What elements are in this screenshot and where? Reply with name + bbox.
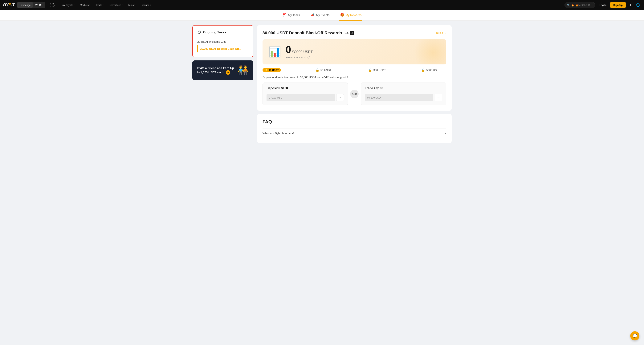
milestone-3: 🔒 350 USDT: [368, 68, 393, 72]
countdown-unit: D: [350, 31, 354, 35]
tasks-card-icon: ⏱: [197, 30, 201, 34]
progress-info: 0 /30000 USDT Rewards Unlocked ⓘ: [286, 44, 440, 59]
rewards-icon: 🎁: [340, 13, 344, 17]
login-button[interactable]: Log In: [597, 2, 609, 8]
milestone-value-3: 350 USDT: [373, 68, 386, 72]
reward-header: 30,000 USDT Deposit Blast-Off Rewards 14…: [262, 30, 446, 36]
logo-section: BYBIT: [3, 0, 17, 10]
reward-title: 30,000 USDT Deposit Blast-Off Rewards: [262, 30, 342, 36]
markets-chevron: ▾: [89, 4, 90, 6]
bybit-logo[interactable]: BYBIT: [3, 2, 15, 8]
trade-progress-bar: 0 / 100 USD: [365, 94, 433, 101]
ongoing-tasks-title: ⏱ Ongoing Tasks: [197, 30, 248, 34]
finance-menu[interactable]: Finance ▾: [138, 0, 154, 10]
chat-icon: 💬: [632, 334, 637, 338]
buy-crypto-menu[interactable]: Buy Crypto ▾: [58, 0, 77, 10]
deposit-progress-value: 0 / 100 USD: [269, 96, 282, 99]
web3-tab[interactable]: WEB3: [33, 2, 44, 8]
invite-text: Invite a Friend and Earn Up to 1,025 USD…: [197, 66, 234, 75]
derivatives-menu[interactable]: Derivatives ▾: [106, 0, 125, 10]
deposit-progress-bar: 0 / 100 USD: [266, 94, 335, 101]
milestone-4: 🔒 5000 US: [421, 68, 446, 72]
deposit-action-button[interactable]: →: [336, 94, 344, 102]
milestone-1: ⭐ 15 USDT: [262, 68, 288, 72]
tab-my-events[interactable]: 📣 My Events: [310, 10, 330, 20]
faq-card: FAQ What are Bybit bonuses? ▾: [257, 114, 452, 143]
tasks-icon: 🚩: [282, 13, 286, 17]
markets-menu[interactable]: Markets ▾: [77, 0, 93, 10]
milestone-line-3: [395, 70, 420, 70]
invite-card[interactable]: Invite a Friend and Earn Up to 1,025 USD…: [192, 60, 253, 80]
language-button[interactable]: 🌐: [635, 2, 641, 8]
trade-menu[interactable]: Trade ▾: [93, 0, 106, 10]
finance-chevron: ▾: [150, 4, 151, 6]
derivatives-chevron: ▾: [122, 4, 122, 6]
reward-description: Deposit and trade to earn up to 30,000 U…: [262, 76, 446, 79]
trade-task-progress: 0 / 100 USD →: [365, 94, 442, 102]
apps-button[interactable]: ▾: [50, 2, 56, 8]
trade-progress-value: 0 / 100 USD: [367, 96, 381, 99]
reward-card: 30,000 USDT Deposit Blast-Off Rewards 14…: [257, 25, 452, 111]
events-icon: 📣: [310, 13, 314, 17]
deposit-task-box: Deposit ≥ $100 0 / 100 USD →: [262, 82, 348, 106]
exchange-web3-toggle: Exchange WEB3: [17, 2, 45, 8]
lock-icon-1: 🔒: [316, 68, 319, 72]
main-content: 30,000 USDT Deposit Blast-Off Rewards 14…: [257, 25, 452, 143]
signup-button[interactable]: Sign Up: [610, 2, 626, 8]
nav-right-actions: Log In Sign Up ⬇ 🌐: [597, 2, 641, 8]
milestone-active-tag: ⭐ 15 USDT: [262, 68, 281, 72]
milestone-value-2: 50 USDT: [320, 68, 332, 72]
nav-divider: [48, 3, 48, 7]
reward-countdown: 14 D: [345, 31, 354, 35]
task-item-deposit[interactable]: 30,000 USDT Deposit Blast-Off...: [197, 45, 248, 52]
countdown-value: 14: [345, 31, 348, 35]
search-icon: 🔍: [567, 4, 570, 6]
deposit-task-title: Deposit ≥ $100: [266, 86, 344, 90]
trade-task-box: Trade ≥ $100 0 / 100 USD →: [361, 82, 446, 106]
milestone-dot-4: 🔒 5000 US: [421, 68, 436, 72]
milestone-dot-1: ⭐ 15 USDT: [262, 68, 281, 72]
trade-task-title: Trade ≥ $100: [365, 86, 442, 90]
invite-illustration: 🧑‍🤝‍🧑: [237, 65, 249, 76]
lock-icon-3: 🔒: [421, 68, 425, 72]
tools-menu[interactable]: Tools ▾: [125, 0, 138, 10]
sidebar: ⏱ Ongoing Tasks 20 USDT Welcome Gifts 30…: [192, 25, 253, 143]
trade-action-button[interactable]: →: [435, 94, 442, 102]
lock-icon-2: 🔒: [368, 68, 372, 72]
info-icon[interactable]: ⓘ: [308, 56, 310, 59]
faq-chevron-1: ▾: [445, 132, 446, 135]
faq-item-1[interactable]: What are Bybit bonuses? ▾: [262, 128, 446, 138]
tab-my-rewards[interactable]: 🎁 My Rewards: [339, 10, 362, 20]
progress-label: Rewards Unlocked ⓘ: [286, 56, 440, 59]
star-icon: ⭐: [265, 68, 268, 72]
progress-chart-icon: 📊: [268, 46, 281, 58]
exchange-tab[interactable]: Exchange: [17, 2, 33, 8]
task-boxes: Deposit ≥ $100 0 / 100 USD → AND Trade ≥…: [262, 82, 446, 106]
milestone-line-1: [289, 70, 314, 70]
progress-banner: 📊 0 /30000 USDT Rewards Unlocked ⓘ: [262, 39, 446, 64]
milestone-value-1: 15 USDT: [268, 68, 279, 72]
fire-icon: 🔥: [571, 4, 574, 6]
milestone-dot-3: 🔒 350 USDT: [368, 68, 386, 72]
faq-title: FAQ: [262, 119, 446, 124]
grid-icon: [50, 4, 54, 6]
rules-arrow-icon: →: [444, 32, 446, 34]
chat-button[interactable]: 💬: [630, 331, 640, 340]
milestone-dot-2: 🔒 50 USDT: [316, 68, 332, 72]
milestone-line-2: [342, 70, 367, 70]
trade-chevron: ▾: [102, 4, 104, 6]
tab-my-tasks[interactable]: 🚩 My Tasks: [282, 10, 301, 20]
progress-total: /30000 USDT: [292, 50, 313, 54]
faq-question-1: What are Bybit bonuses?: [262, 132, 294, 135]
tabs-bar: 🚩 My Tasks 📣 My Events 🎁 My Rewards: [0, 10, 644, 20]
progress-amount: 0: [286, 44, 291, 54]
download-button[interactable]: ⬇: [627, 2, 633, 8]
rules-link[interactable]: Rules →: [436, 32, 446, 34]
main-layout: ⏱ Ongoing Tasks 20 USDT Welcome Gifts 30…: [188, 20, 456, 148]
reward-title-group: 30,000 USDT Deposit Blast-Off Rewards 14…: [262, 30, 354, 36]
search-bar[interactable]: 🔍 🔥 🔥MCG/USDT: [564, 2, 595, 8]
task-item-welcome[interactable]: 20 USDT Welcome Gifts: [197, 38, 248, 45]
tools-chevron: ▾: [134, 4, 135, 6]
deposit-task-progress: 0 / 100 USD →: [266, 94, 344, 102]
search-text: 🔥MCG/USDT: [575, 4, 592, 6]
